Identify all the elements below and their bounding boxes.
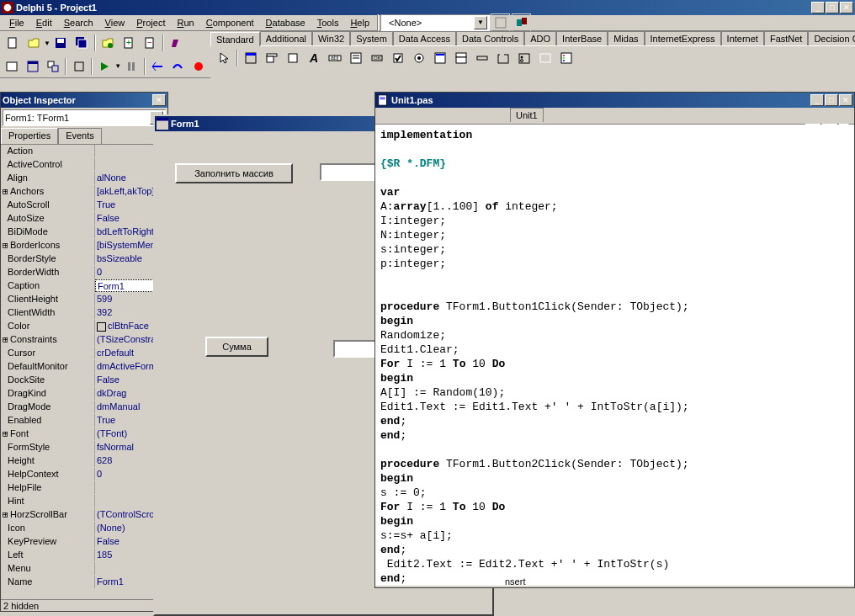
prop-row[interactable]: Left185 (1, 549, 167, 562)
memo-component[interactable] (346, 49, 365, 67)
edit-component[interactable]: ab| (325, 49, 344, 67)
prop-row[interactable]: DockSiteFalse (1, 374, 167, 387)
prop-row[interactable]: DefaultMonitordmActiveForm (1, 360, 167, 374)
oi-selector[interactable]: Form1: TForm1 ▼ (3, 109, 166, 126)
add-file-button[interactable]: + (119, 34, 139, 52)
prop-row[interactable]: BorderWidth0 (1, 266, 167, 279)
menu-search[interactable]: Search (58, 16, 99, 29)
palette-tab-data-access[interactable]: Data Access (393, 31, 456, 45)
menu-component[interactable]: Component (200, 16, 260, 29)
radiobutton-component[interactable] (409, 49, 428, 67)
code-min-button[interactable]: _ (810, 94, 824, 106)
palette-tab-midas[interactable]: Midas (608, 31, 644, 45)
oi-property-grid[interactable]: Action ActiveControl AlignalNone⊞Anchors… (1, 145, 167, 599)
open-button[interactable] (24, 34, 43, 52)
component-combo[interactable]: <None> ▼ (380, 14, 490, 31)
prop-row[interactable]: ClientHeight599 (1, 293, 167, 306)
pause-button[interactable] (122, 57, 141, 76)
palette-tab-win32[interactable]: Win32 (312, 31, 350, 45)
view-form-button[interactable] (23, 57, 41, 76)
palette-tab-data-controls[interactable]: Data Controls (456, 31, 524, 45)
save-button[interactable] (51, 34, 71, 52)
prop-row[interactable]: DragKinddkDrag (1, 387, 167, 401)
radiogroup-component[interactable] (514, 49, 534, 67)
menu-run[interactable]: Run (172, 16, 200, 29)
trace-into-button[interactable] (148, 57, 167, 76)
toggle-button[interactable] (44, 57, 62, 76)
maximize-button[interactable]: □ (826, 2, 839, 13)
prop-row[interactable]: CursorcrDefault (1, 347, 167, 360)
code-tab-unit1[interactable]: Unit1 (510, 108, 544, 122)
oi-tab-events[interactable]: Events (58, 128, 102, 144)
select-tool[interactable] (215, 49, 234, 67)
prop-row[interactable]: Action (1, 145, 167, 158)
palette-tab-system[interactable]: System (350, 31, 393, 45)
groupbox-component[interactable] (493, 49, 512, 67)
prop-row[interactable]: CaptionForm1 (1, 279, 167, 293)
checkbox-component[interactable] (388, 49, 407, 67)
palette-tab-fastnet[interactable]: FastNet (764, 31, 809, 45)
prop-row[interactable]: NameForm1 (1, 576, 167, 589)
prop-row[interactable]: ColorclBtnFace (1, 320, 167, 333)
popupmenu-component[interactable] (283, 49, 302, 67)
step-over-button[interactable] (168, 57, 187, 76)
breakpoint-button[interactable] (189, 57, 208, 76)
actionlist-component[interactable] (556, 49, 576, 67)
remove-file-button[interactable]: − (141, 34, 160, 52)
combo-dropdown-icon[interactable]: ▼ (474, 16, 487, 29)
button2[interactable]: Сумма (205, 337, 268, 357)
prop-row[interactable]: FormStylefsNormal (1, 441, 167, 454)
palette-tab-internetexpress[interactable]: InternetExpress (645, 31, 721, 45)
prop-row[interactable]: Menu (1, 562, 167, 576)
close-button[interactable]: ✕ (840, 2, 853, 13)
open-project-button[interactable] (98, 34, 118, 52)
prop-row[interactable]: ⊞BorderIcons[biSystemMenu (1, 239, 167, 252)
prop-row[interactable]: ⊞HorzScrollBar(TControlScrollB (1, 508, 167, 522)
prop-row[interactable]: ⊞Font(TFont) (1, 427, 167, 441)
prop-row[interactable]: Height628 (1, 454, 167, 468)
oi-tab-properties[interactable]: Properties (1, 128, 58, 144)
code-max-button[interactable]: □ (825, 94, 838, 106)
menu-view[interactable]: View (99, 16, 131, 29)
prop-row[interactable]: ClientWidth392 (1, 306, 167, 320)
prop-row[interactable]: ⊞Anchors[akLeft,akTop] (1, 185, 167, 199)
palette-tab-additional[interactable]: Additional (260, 31, 312, 45)
frames-component[interactable] (241, 49, 260, 67)
help-button[interactable] (167, 34, 186, 52)
mainmenu-component[interactable] (262, 49, 281, 67)
palette-tab-decision-c-[interactable]: Decision C... (808, 31, 855, 45)
code-close-button[interactable]: ✕ (839, 94, 852, 106)
minimize-button[interactable]: _ (811, 2, 825, 13)
code-text-area[interactable]: implementation {$R *.DFM} var A:array[1.… (375, 125, 854, 586)
menu-database[interactable]: Database (260, 16, 311, 29)
prop-row[interactable]: AutoSizeFalse (1, 212, 167, 226)
prop-row[interactable]: Hint (1, 495, 167, 508)
tb-btn-b[interactable] (512, 13, 531, 32)
palette-tab-standard[interactable]: Standard (210, 32, 260, 46)
prop-row[interactable]: Icon(None) (1, 522, 167, 535)
view-unit-button[interactable] (3, 57, 21, 76)
button1[interactable]: Заполнить массив (175, 163, 293, 183)
prop-row[interactable]: HelpFile (1, 481, 167, 495)
menu-edit[interactable]: Edit (30, 16, 58, 29)
oi-close-button[interactable]: ✕ (152, 94, 166, 106)
run-button[interactable] (95, 57, 114, 76)
prop-row[interactable]: HelpContext0 (1, 468, 167, 481)
prop-row[interactable]: AlignalNone (1, 172, 167, 185)
palette-tab-interbase[interactable]: InterBase (556, 31, 608, 45)
menu-file[interactable]: File (3, 16, 30, 29)
prop-row[interactable]: BiDiModebdLeftToRight (1, 226, 167, 239)
palette-tab-internet[interactable]: Internet (721, 31, 764, 45)
combobox-component[interactable] (451, 49, 470, 67)
prop-row[interactable]: BorderStylebsSizeable (1, 252, 167, 266)
menu-help[interactable]: Help (344, 16, 375, 29)
prop-row[interactable]: ActiveControl (1, 158, 167, 172)
prop-row[interactable]: DragModedmManual (1, 401, 167, 414)
label-component[interactable]: A (304, 49, 323, 67)
palette-tab-ado[interactable]: ADO (524, 31, 556, 45)
panel-component[interactable] (535, 49, 555, 67)
saveall-button[interactable] (72, 34, 92, 52)
button-component[interactable]: OK (367, 49, 386, 67)
prop-row[interactable]: AutoScrollTrue (1, 199, 167, 212)
menu-project[interactable]: Project (130, 16, 171, 29)
